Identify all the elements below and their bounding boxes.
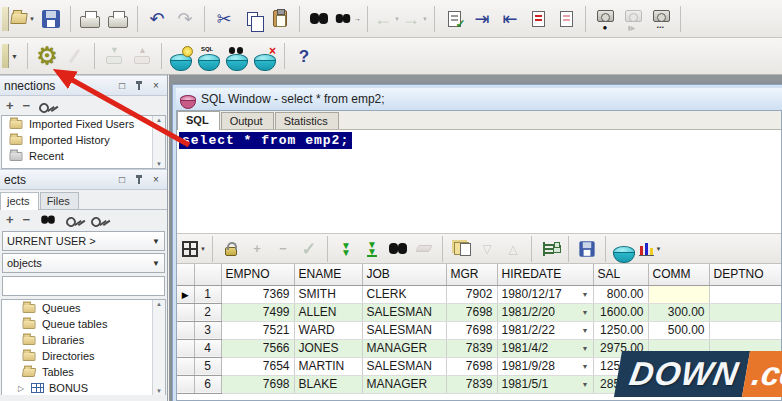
table-row[interactable]: 3 7521 WARD SALESMAN 7698 1981/2/22▼ 125… [177,321,781,339]
cell-deptno[interactable]: 30 [709,321,781,339]
sql-window-button[interactable] [196,42,222,70]
cell-empno[interactable]: 7698 [221,375,294,393]
cell-ename[interactable]: ALLEN [294,303,362,321]
cell-empno[interactable]: 7369 [221,285,294,303]
unindent-button[interactable]: ⇤ [497,5,523,33]
cell-ename[interactable]: BLAKE [294,375,362,393]
key-icon[interactable] [66,217,82,225]
panel-maximize-button[interactable]: □ [115,79,129,92]
grid-options-button[interactable]: ▼ [182,237,206,261]
cell-hiredate[interactable]: 1981/2/22▼ [497,321,593,339]
cell-job[interactable]: MANAGER [362,375,446,393]
syntax-check-button[interactable] [441,5,467,33]
col-header-comm[interactable]: COMM [648,264,709,285]
row-number[interactable]: 2 [194,303,221,321]
tab-sql[interactable]: SQL [177,111,220,130]
objects-panel-header[interactable]: ects □ × [0,169,167,190]
undo-button[interactable]: ↶ [144,5,170,33]
row-number[interactable]: 5 [194,357,221,375]
cell-empno[interactable]: 7499 [221,303,294,321]
single-record-view-button[interactable] [538,237,562,261]
cell-job[interactable]: CLERK [362,285,446,303]
print-preview-button[interactable] [105,5,131,33]
selection-highlight-button[interactable] [525,5,551,33]
key-icon[interactable] [39,103,55,111]
remove-object-button[interactable]: − [23,213,31,226]
tab-output[interactable]: Output [221,112,274,129]
indent-button[interactable]: ⇥ [469,5,495,33]
sql-window-titlebar[interactable]: SQL Window - select * from emp2; [176,88,782,110]
row-number[interactable]: 6 [194,375,221,393]
key-alt-icon[interactable] [91,217,107,225]
col-header-hiredate[interactable]: HIREDATE [497,264,593,285]
tree-item-queues[interactable]: Queues [2,300,165,316]
panel-close-button[interactable]: × [149,79,163,92]
lock-button[interactable] [219,237,243,261]
chevron-down-icon[interactable]: ▼ [11,53,18,60]
print-button[interactable] [77,5,103,33]
expander-icon[interactable]: ▷ [18,384,26,393]
cell-hiredate[interactable]: 1981/5/1▼ [497,375,593,393]
panel-pin-button[interactable] [132,173,146,186]
chart-button[interactable]: ▼ [638,237,662,261]
cell-ename[interactable]: WARD [294,321,362,339]
objects-scrollbar[interactable]: ▲ ▼ [152,300,165,395]
cell-hiredate[interactable]: 1981/9/28▼ [497,357,593,375]
connections-scrollbar[interactable]: ▲ ▼ [152,116,165,168]
date-dropdown-icon[interactable]: ▼ [582,381,589,388]
query-to-db-button[interactable] [612,237,636,261]
tab-statistics[interactable]: Statistics [275,112,339,129]
selected-sql-text[interactable]: select * from emp2; [179,132,352,149]
scroll-up-icon[interactable]: ▲ [156,301,162,307]
help-button[interactable]: ? [291,42,317,70]
cell-mgr[interactable]: 7839 [446,339,497,357]
object-search-input[interactable] [2,276,165,296]
object-type-combo[interactable]: objects ▼ [2,253,165,273]
macro-library-button[interactable] [648,5,674,33]
cell-hiredate[interactable]: 1981/2/20▼ [497,303,593,321]
chevron-down-icon[interactable]: ▼ [656,246,662,252]
paste-button[interactable] [267,5,293,33]
date-dropdown-icon[interactable]: ▼ [582,291,589,298]
cell-comm[interactable]: 500.00 [648,321,709,339]
tree-item-imported-fixed-users[interactable]: Imported Fixed Users [2,116,165,132]
col-header-ename[interactable]: ENAME [294,264,362,285]
tree-item-libraries[interactable]: Libraries [2,332,165,348]
cell-job[interactable]: SALESMAN [362,357,446,375]
cell-deptno[interactable]: 30 [709,303,781,321]
cell-job[interactable]: MANAGER [362,339,446,357]
fetch-last-page-button[interactable]: ▼▼ [360,237,384,261]
chevron-down-icon[interactable]: ▼ [29,16,35,22]
macro-record-button[interactable] [592,5,618,33]
copy-results-button[interactable] [449,237,473,261]
copy-button[interactable] [239,5,265,33]
remove-connection-button[interactable]: − [23,99,31,112]
chevron-down-icon[interactable]: ▼ [200,246,206,252]
tree-item-imported-history[interactable]: Imported History [2,132,165,148]
db-find-button[interactable] [224,42,250,70]
cell-hiredate[interactable]: 1981/4/2▼ [497,339,593,357]
cell-hiredate[interactable]: 1980/12/17▼ [497,285,593,303]
table-row[interactable]: 2 7499 ALLEN SALESMAN 7698 1981/2/20▼ 16… [177,303,781,321]
tab-files[interactable]: Files [40,192,79,209]
col-header-deptno[interactable]: DEPTNO [709,264,781,285]
cell-ename[interactable]: MARTIN [294,357,362,375]
cell-sal[interactable]: 1600.00 [593,303,648,321]
date-dropdown-icon[interactable]: ▼ [582,327,589,334]
panel-pin-button[interactable] [132,79,146,92]
cell-job[interactable]: SALESMAN [362,321,446,339]
cell-sal[interactable]: 1250.00 [593,321,648,339]
explain-plan-button[interactable] [168,42,194,70]
cell-empno[interactable]: 7521 [221,321,294,339]
cell-job[interactable]: SALESMAN [362,303,446,321]
selection-unhighlight-button[interactable] [553,5,579,33]
row-number[interactable]: 1 [194,285,221,303]
cell-ename[interactable]: SMITH [294,285,362,303]
export-results-button[interactable] [575,237,599,261]
table-row[interactable]: ▶ 1 7369 SMITH CLERK 7902 1980/12/17▼ 80… [177,285,781,303]
cell-mgr[interactable]: 7698 [446,321,497,339]
find-button[interactable] [306,5,332,33]
tree-item-queue-tables[interactable]: Queue tables [2,316,165,332]
col-header-sal[interactable]: SAL [593,264,648,285]
cell-empno[interactable]: 7566 [221,339,294,357]
